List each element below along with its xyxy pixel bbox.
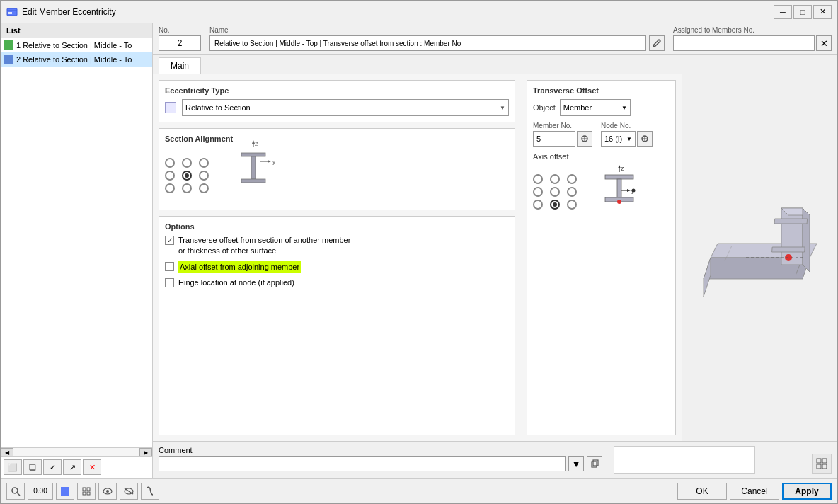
member-no-input-row bbox=[533, 131, 592, 147]
export-button[interactable]: ↗ bbox=[63, 459, 81, 475]
pick-icon bbox=[641, 134, 649, 143]
axis-radio-0-0[interactable] bbox=[533, 174, 543, 184]
assigned-section: Assigned to Members No. ✕ bbox=[673, 26, 832, 51]
alignment-inner: Z y bbox=[165, 147, 509, 204]
svg-text:y: y bbox=[272, 159, 275, 165]
axis-offset-section: Axis offset bbox=[533, 152, 670, 220]
member-no-input[interactable] bbox=[533, 131, 575, 147]
assigned-value bbox=[673, 35, 815, 51]
comment-icon-area bbox=[761, 446, 832, 474]
view-button[interactable] bbox=[98, 483, 117, 500]
comment-copy-button[interactable] bbox=[587, 456, 602, 471]
node-no-group: Node No. 16 (i) ▼ bbox=[601, 122, 653, 147]
main-window: Edit Member Eccentricity ─ □ ✕ List 1 Re… bbox=[0, 0, 838, 504]
value-display-button[interactable]: 0.00 bbox=[28, 483, 53, 500]
svg-rect-51 bbox=[87, 488, 90, 491]
tab-main[interactable]: Main bbox=[159, 57, 201, 74]
eccentricity-type-select[interactable]: Relative to Section ▼ bbox=[182, 99, 509, 116]
formula-button[interactable] bbox=[141, 483, 159, 500]
svg-rect-10 bbox=[241, 153, 265, 156]
search-icon bbox=[11, 486, 21, 496]
list-item[interactable]: 1 Relative to Section | Middle - To bbox=[1, 38, 152, 52]
svg-point-55 bbox=[106, 490, 109, 493]
node-no-pick-button[interactable] bbox=[637, 131, 653, 147]
svg-marker-39 bbox=[774, 219, 808, 224]
grid-icon-button[interactable] bbox=[812, 454, 832, 474]
comment-section: Comment ▼ bbox=[153, 441, 837, 478]
axis-radio-2-2[interactable] bbox=[567, 200, 577, 210]
list-bottom-toolbar: ⬜ ❑ ✓ ↗ ✕ bbox=[1, 456, 152, 478]
svg-rect-12 bbox=[241, 179, 265, 183]
bottom-left-tools: 0.00 bbox=[6, 483, 159, 500]
cancel-button[interactable]: Cancel bbox=[730, 483, 779, 500]
align-radio-0-2[interactable] bbox=[199, 158, 209, 168]
object-dropdown[interactable]: Member ▼ bbox=[560, 99, 631, 116]
list-item[interactable]: 2 Relative to Section | Middle - To bbox=[1, 52, 152, 67]
comment-dropdown-button[interactable]: ▼ bbox=[568, 456, 584, 471]
ok-button[interactable]: OK bbox=[677, 483, 727, 500]
axis-radio-2-1[interactable] bbox=[550, 200, 560, 210]
comment-label: Comment bbox=[159, 446, 602, 454]
name-row: Relative to Section | Middle - Top | Tra… bbox=[210, 35, 665, 51]
no-value: 2 bbox=[159, 35, 201, 51]
axis-radio-1-2[interactable] bbox=[567, 187, 577, 197]
section-alignment-label: Section Alignment bbox=[165, 134, 509, 143]
comment-input[interactable] bbox=[159, 456, 566, 471]
transverse-offset-group: Transverse Offset Object Member ▼ bbox=[527, 80, 676, 435]
comment-input-row: ▼ bbox=[159, 456, 602, 471]
align-radio-1-2[interactable] bbox=[199, 171, 209, 181]
import-button[interactable]: ✓ bbox=[43, 459, 62, 475]
grid-tool-icon bbox=[82, 487, 91, 496]
close-button[interactable]: ✕ bbox=[813, 5, 832, 19]
member-no-pick-button[interactable] bbox=[577, 131, 592, 147]
align-radio-2-2[interactable] bbox=[199, 183, 209, 193]
svg-rect-26 bbox=[617, 179, 621, 197]
axis-offset-label: Axis offset bbox=[533, 152, 670, 161]
axis-radio-0-2[interactable] bbox=[567, 174, 577, 184]
apply-button[interactable]: Apply bbox=[782, 483, 832, 500]
assigned-row: ✕ bbox=[673, 35, 832, 51]
axis-section-svg: Z y bbox=[590, 164, 646, 220]
right-section: Transverse Offset Object Member ▼ bbox=[521, 74, 682, 441]
node-no-dropdown[interactable]: 16 (i) ▼ bbox=[601, 131, 636, 147]
option-checkbox-3[interactable] bbox=[165, 278, 174, 287]
align-radio-0-0[interactable] bbox=[165, 158, 175, 168]
svg-rect-43 bbox=[817, 459, 821, 463]
titlebar: Edit Member Eccentricity ─ □ ✕ bbox=[1, 1, 837, 23]
option-checkbox-2[interactable] bbox=[165, 262, 174, 271]
svg-text:Z: Z bbox=[255, 141, 258, 147]
option-label-2: Axial offset from adjoining member bbox=[178, 261, 301, 273]
align-radio-1-0[interactable] bbox=[165, 171, 175, 181]
3d-viz-svg bbox=[689, 187, 831, 328]
axis-radio-1-0[interactable] bbox=[533, 187, 543, 197]
svg-rect-50 bbox=[83, 488, 86, 491]
dropdown-color-indicator bbox=[165, 102, 176, 113]
search-tool-button[interactable] bbox=[6, 483, 25, 500]
edit-name-button[interactable] bbox=[649, 35, 665, 51]
grid-tool-button[interactable] bbox=[77, 483, 96, 500]
main-content: Eccentricity Type Relative to Section ▼ … bbox=[153, 74, 837, 441]
delete-button[interactable]: ✕ bbox=[83, 459, 101, 475]
member-node-row: Member No. bbox=[533, 122, 670, 147]
svg-marker-23 bbox=[627, 189, 631, 192]
section-alignment-group: Section Alignment bbox=[159, 128, 515, 210]
align-radio-2-1[interactable] bbox=[182, 183, 192, 193]
new-item-button[interactable]: ⬜ bbox=[4, 459, 22, 475]
no-view-button[interactable] bbox=[120, 483, 138, 500]
eye-slash-icon bbox=[124, 488, 134, 495]
object-label: Object bbox=[533, 103, 556, 112]
axis-radio-0-1[interactable] bbox=[550, 174, 560, 184]
axis-radio-2-0[interactable] bbox=[533, 200, 543, 210]
minimize-button[interactable]: ─ bbox=[774, 5, 792, 19]
align-radio-0-1[interactable] bbox=[182, 158, 192, 168]
duplicate-button[interactable]: ❑ bbox=[23, 459, 42, 475]
axis-radio-1-1[interactable] bbox=[550, 187, 560, 197]
align-radio-2-0[interactable] bbox=[165, 183, 175, 193]
formula-icon bbox=[145, 486, 155, 496]
option-checkbox-1[interactable] bbox=[165, 236, 174, 245]
color-tool-button[interactable] bbox=[56, 483, 74, 500]
maximize-button[interactable]: □ bbox=[793, 5, 812, 19]
list-item-color bbox=[4, 55, 13, 64]
clear-assigned-button[interactable]: ✕ bbox=[816, 35, 832, 51]
align-radio-1-1[interactable] bbox=[182, 171, 192, 181]
